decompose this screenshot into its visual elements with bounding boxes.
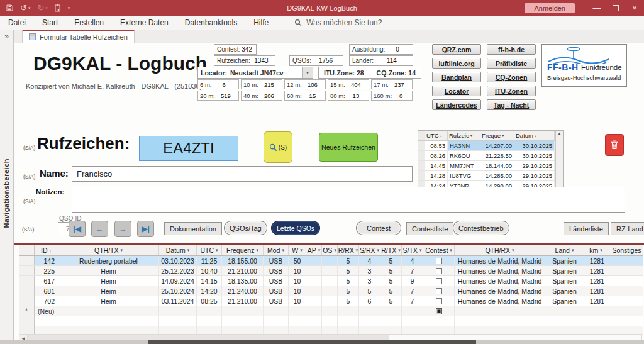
grid-cell[interactable]: 14.09.2024 xyxy=(159,276,197,286)
grid-cell[interactable]: 5 xyxy=(359,286,380,296)
navigation-pane-collapsed[interactable]: » Navigationsbereich xyxy=(0,30,14,340)
undo-icon[interactable]: ↺▾ xyxy=(20,4,30,12)
grid-col-header[interactable]: Land▾ xyxy=(545,245,584,255)
grid-cell[interactable]: USB xyxy=(264,266,289,275)
grid-cell[interactable] xyxy=(159,306,197,316)
recent-qso-cell[interactable]: RK6OU xyxy=(448,151,480,160)
grid-cell[interactable] xyxy=(608,316,644,326)
cq-zonen-button[interactable]: CQ-Zonen xyxy=(487,72,536,82)
laendercodes-button[interactable]: Ländercodes xyxy=(432,99,481,110)
grid-cell[interactable] xyxy=(423,286,455,296)
recent-row-selector[interactable] xyxy=(418,141,425,150)
laenderliste-button[interactable]: Länderliste xyxy=(564,222,609,235)
grid-cell[interactable]: Heim xyxy=(58,296,159,306)
grid-cell[interactable] xyxy=(306,316,322,326)
grid-cell[interactable] xyxy=(289,316,306,326)
grid-col-header[interactable]: QTH/TX▾ xyxy=(58,245,159,255)
grid-cell[interactable] xyxy=(455,316,545,326)
grid-cell[interactable]: 7 xyxy=(402,286,423,296)
grid-cell[interactable] xyxy=(264,306,289,316)
name-input[interactable]: Francisco xyxy=(72,166,413,182)
grid-cell[interactable]: USB xyxy=(264,296,289,306)
grid-row[interactable]: 225Heim25.12.202310:4021.210.00USB105357… xyxy=(19,266,643,276)
locator-button[interactable]: Locator xyxy=(432,86,481,96)
grid-cell[interactable] xyxy=(402,306,423,316)
grid-cell[interactable]: 25.10.2024 xyxy=(159,286,197,296)
recent-qsos-scrollbar[interactable]: ▲ ▼ xyxy=(555,131,563,191)
grid-cell[interactable] xyxy=(289,306,306,316)
grid-cell[interactable] xyxy=(380,306,402,316)
grid-cell[interactable]: 50 xyxy=(289,256,306,265)
recent-col-header[interactable]: Freque▾ xyxy=(480,131,514,140)
grid-cell[interactable]: 10:40 xyxy=(197,266,222,275)
grid-cell[interactable] xyxy=(608,306,644,316)
grid-cell[interactable] xyxy=(584,316,608,326)
grid-cell[interactable]: USB xyxy=(264,286,289,296)
grid-cell[interactable] xyxy=(306,276,322,286)
grid-cell[interactable] xyxy=(322,276,338,286)
band-17m-field[interactable]: 17 m:237 xyxy=(371,79,413,89)
customize-toolbar-icon[interactable]: ▾ xyxy=(68,6,70,10)
qrz-com-button[interactable]: QRZ.com xyxy=(432,44,481,55)
grid-row-selector[interactable] xyxy=(19,276,35,286)
grid-cell[interactable]: Heim xyxy=(58,266,159,275)
tag-nacht-button[interactable]: Tag - Nacht xyxy=(487,99,536,110)
grid-col-header[interactable]: Frequenz▾ xyxy=(222,245,264,255)
grid-cell[interactable] xyxy=(545,316,584,326)
grid-cell[interactable]: 1281 xyxy=(584,256,608,265)
grid-row[interactable]: 617Heim14.09.202414:1518.135.00USB105359… xyxy=(19,276,643,286)
menu-start[interactable]: Start xyxy=(34,18,66,27)
grid-col-header[interactable]: R/RX▾ xyxy=(338,245,359,255)
grid-cell[interactable] xyxy=(322,256,338,265)
tell-me-search[interactable]: Was möchten Sie tun? xyxy=(294,18,382,27)
grid-cell[interactable]: 5 xyxy=(338,296,359,306)
grid-col-header[interactable]: UTC▾ xyxy=(197,245,222,255)
next-record-button[interactable]: → xyxy=(114,221,131,237)
grid-cell[interactable] xyxy=(423,296,455,306)
grid-select-all[interactable] xyxy=(19,245,35,255)
grid-cell[interactable]: 9 xyxy=(402,276,423,286)
grid-cell[interactable] xyxy=(608,266,644,275)
menu-datei[interactable]: Datei xyxy=(0,18,34,27)
ffbh-de-button[interactable]: ff-b-h.de xyxy=(487,44,536,55)
grid-cell[interactable]: 5 xyxy=(338,276,359,286)
menu-erstellen[interactable]: Erstellen xyxy=(66,18,112,27)
grid-cell[interactable] xyxy=(455,306,545,316)
band-20m-field[interactable]: 20 m:519 xyxy=(197,91,239,101)
recent-col-header[interactable]: UTC↓ xyxy=(425,131,448,140)
redo-icon[interactable]: ↻▾ xyxy=(37,4,47,12)
recent-row-selector[interactable] xyxy=(418,171,425,180)
grid-cell[interactable]: 5 xyxy=(380,256,402,265)
grid-row-selector[interactable] xyxy=(19,316,35,326)
grid-cell[interactable]: 1281 xyxy=(584,276,608,286)
grid-col-header[interactable]: Sonstiges xyxy=(608,245,644,255)
menu-externe-daten[interactable]: Externe Daten xyxy=(112,18,177,27)
grid-cell[interactable] xyxy=(423,256,455,265)
grid-cell[interactable]: Heim xyxy=(58,276,159,286)
grid-cell[interactable] xyxy=(322,316,338,326)
bandplan-button[interactable]: Bandplan xyxy=(432,72,481,82)
recent-qso-cell[interactable]: HA3NN xyxy=(448,141,480,150)
grid-row-selector[interactable] xyxy=(19,256,35,265)
band-160m-field[interactable]: 160 m:0 xyxy=(371,91,413,101)
grid-cell[interactable] xyxy=(322,306,338,316)
contest-checkbox[interactable] xyxy=(436,288,442,294)
grid-cell[interactable]: (Neu) xyxy=(35,306,58,316)
band-60m-field[interactable]: 60 m:15 xyxy=(284,91,326,101)
grid-cell[interactable] xyxy=(423,276,455,286)
recent-qso-cell[interactable]: 18.144.00 xyxy=(480,161,514,170)
recent-qso-row[interactable]: 08:26RK6OU21.228.5030.10.2025 xyxy=(418,151,563,161)
grid-cell[interactable]: 5 xyxy=(380,286,402,296)
grid-cell[interactable]: 1281 xyxy=(584,266,608,275)
grid-cell[interactable] xyxy=(264,316,289,326)
maximize-button[interactable] xyxy=(606,0,625,16)
grid-cell[interactable] xyxy=(197,316,222,326)
recent-row-selector[interactable] xyxy=(418,161,425,170)
expand-nav-pane-icon[interactable]: » xyxy=(0,30,13,41)
grid-col-header[interactable]: ID↓ xyxy=(35,245,58,255)
recent-col-header[interactable]: Datum↓ xyxy=(514,131,555,140)
grid-cell[interactable]: 7 xyxy=(402,266,423,275)
grid-cell[interactable] xyxy=(608,276,644,286)
band-12m-field[interactable]: 12 m:106 xyxy=(284,79,326,89)
grid-cell[interactable] xyxy=(197,306,222,316)
